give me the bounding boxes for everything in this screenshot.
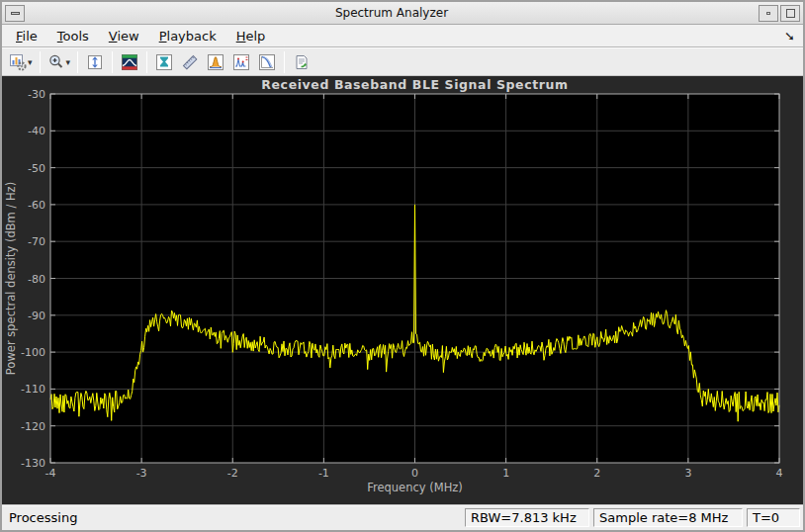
svg-text:3: 3: [684, 467, 691, 480]
playback-export-icon: [293, 53, 311, 71]
menubar: File Tools View Playback Help ➘: [2, 25, 803, 47]
menu-view[interactable]: View: [99, 27, 149, 45]
svg-text:Frequency (MHz): Frequency (MHz): [367, 481, 463, 494]
dropdown-caret-icon: ▾: [66, 57, 71, 67]
minimize-button[interactable]: [759, 5, 778, 22]
menu-file[interactable]: File: [6, 27, 47, 45]
menu-help[interactable]: Help: [226, 27, 276, 45]
ccdf-measurements-icon: [258, 53, 276, 71]
svg-text:4: 4: [776, 467, 783, 480]
svg-text:0: 0: [411, 467, 418, 480]
distortion-button[interactable]: [229, 50, 253, 74]
toolbar-separator: [77, 51, 78, 73]
status-sample-rate: Sample rate=8 MHz: [593, 508, 743, 527]
plot-panel: -4-3-2-101234-30-40-50-60-70-80-90-100-1…: [2, 76, 803, 504]
svg-text:Power spectral density (dBm /: Power spectral density (dBm / Hz): [4, 182, 18, 375]
ccdf-button[interactable]: [255, 50, 279, 74]
menu-tools[interactable]: Tools: [47, 27, 99, 45]
svg-text:-4: -4: [45, 467, 56, 480]
spectrum-spectrogram-view-icon: [121, 53, 138, 71]
toolbar-separator: [40, 51, 41, 73]
autoscale-y-button[interactable]: [83, 50, 107, 74]
spectrum-settings-icon: [9, 53, 27, 71]
zoom-in-icon: [47, 53, 65, 71]
minimize-icon: [766, 12, 770, 15]
measure-button[interactable]: [178, 50, 202, 74]
svg-text:-40: -40: [28, 125, 45, 137]
status-message: Processing: [5, 510, 77, 525]
svg-text:-60: -60: [28, 199, 45, 212]
svg-text:-130: -130: [21, 457, 45, 470]
svg-text:-100: -100: [21, 346, 45, 359]
svg-text:-70: -70: [28, 235, 45, 248]
peak-finder-button[interactable]: [204, 50, 227, 74]
maximize-icon: [786, 9, 795, 18]
spectrum-settings-button[interactable]: ▾: [7, 50, 35, 74]
spectrum-analyzer-window: Spectrum Analyzer File Tools View Playba…: [0, 0, 805, 532]
zoom-button[interactable]: ▾: [45, 50, 73, 74]
toolbar: ▾ ▾: [2, 47, 803, 76]
svg-text:-1: -1: [318, 467, 329, 480]
svg-text:-3: -3: [136, 467, 147, 480]
autoscale-y-axis-icon: [86, 53, 104, 71]
data-cursors-icon: [155, 53, 173, 71]
svg-text:2: 2: [593, 467, 600, 480]
measure-ruler-icon: [181, 53, 199, 71]
peak-finder-icon: [207, 53, 224, 71]
window-menu-button[interactable]: [5, 5, 25, 22]
toolbar-separator: [284, 51, 285, 73]
svg-text:-80: -80: [28, 273, 45, 286]
menu-playback[interactable]: Playback: [149, 27, 226, 45]
svg-text:1: 1: [502, 467, 509, 480]
svg-text:-2: -2: [227, 467, 238, 480]
svg-text:Received Baseband BLE Signal S: Received Baseband BLE Signal Spectrum: [261, 77, 568, 92]
toolbar-separator: [146, 51, 147, 73]
window-title: Spectrum Analyzer: [26, 6, 758, 20]
undock-arrow-icon[interactable]: ➘: [776, 30, 803, 43]
svg-text:-90: -90: [28, 310, 45, 322]
toolbar-separator: [112, 51, 113, 73]
svg-text:-50: -50: [28, 162, 45, 175]
dropdown-caret-icon: ▾: [28, 57, 33, 67]
titlebar[interactable]: Spectrum Analyzer: [2, 2, 803, 25]
maximize-button[interactable]: [780, 5, 800, 22]
svg-text:-30: -30: [28, 88, 45, 101]
status-rbw: RBW=7.813 kHz: [465, 508, 589, 527]
svg-text:-120: -120: [21, 420, 45, 433]
svg-text:-110: -110: [21, 383, 45, 396]
spectrum-chart[interactable]: -4-3-2-101234-30-40-50-60-70-80-90-100-1…: [2, 76, 801, 500]
window-menu-icon: [11, 12, 20, 15]
distortion-measurements-icon: [232, 53, 250, 71]
playback-export-button[interactable]: [290, 50, 313, 74]
cursors-button[interactable]: [152, 50, 176, 74]
status-time: T=0: [747, 508, 800, 527]
statusbar: Processing RBW=7.813 kHz Sample rate=8 M…: [2, 504, 803, 530]
spectrum-view-button[interactable]: [118, 50, 141, 74]
